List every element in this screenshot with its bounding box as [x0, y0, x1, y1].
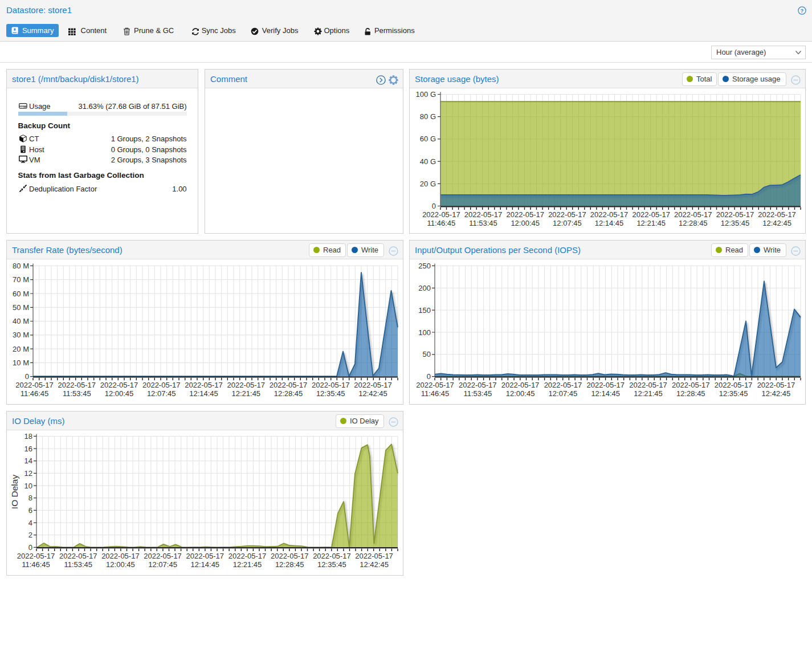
svg-text:?: ? — [801, 7, 804, 14]
